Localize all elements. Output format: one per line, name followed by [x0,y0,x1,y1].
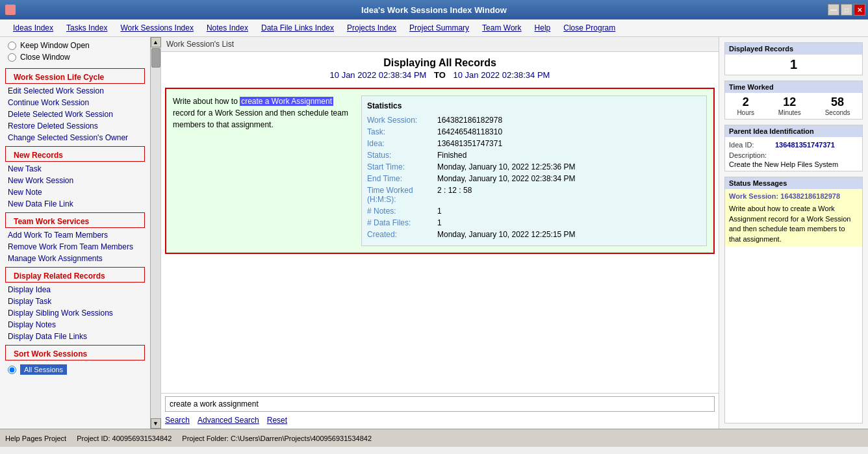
reset-button[interactable]: Reset [267,416,287,425]
hours-unit: 2 Hours [737,95,754,116]
stat-label-work-session: Work Session: [367,116,432,125]
menu-delete-selected-work-session[interactable]: Delete Selected Work Session [0,108,150,120]
stats-title: Statistics [367,101,701,110]
scroll-thumb[interactable] [151,48,160,68]
menu-new-work-session[interactable]: New Work Session [0,175,150,186]
stat-idea: Idea: 136481351747371 [367,138,701,149]
menu-new-task[interactable]: New Task [0,163,150,175]
menu-new-note[interactable]: New Note [0,186,150,198]
section-sort-work-sessions: Sort Work Sessions [5,345,145,360]
nav-link-project-summary[interactable]: Project Summary [409,23,469,32]
left-panel-scrollbar[interactable]: ▲ ▼ [150,37,160,429]
stat-notes: # Notes: 1 [367,205,701,217]
scroll-down-arrow[interactable]: ▼ [151,418,161,429]
minutes-value: 12 [783,95,796,109]
date-to: 10 Jan 2022 02:38:34 PM [453,70,550,80]
search-actions: Search Advanced Search Reset [165,414,715,426]
parent-idea-section: Parent Idea Identification Idea ID: 1364… [724,125,863,171]
menu-display-sibling-work-sessions[interactable]: Display Sibling Work Sessions [0,307,150,319]
minimize-button[interactable]: ― [828,4,839,16]
menu-display-task[interactable]: Display Task [0,296,150,307]
status-messages-section: Status Messages Work Session: 1643821861… [724,177,863,423]
sort-all-sessions[interactable]: All Sessions [0,362,150,377]
records-area: Write about how to create a Work Assignm… [161,84,719,393]
menu-change-selected-sessions-owner[interactable]: Change Selected Session's Owner [0,132,150,144]
menu-add-work-to-team-members[interactable]: Add Work To Team Members [0,229,150,241]
keep-open-label: Keep Window Open [20,41,90,50]
time-worked-section: Time Worked 2 Hours 12 Minutes 58 Second… [724,81,863,120]
idea-id-row: Idea ID: 136481351747371 [729,140,858,150]
stat-task: Task: 164246548118310 [367,126,701,138]
sort-all-sessions-label: All Sessions [20,364,67,375]
stat-value-created: Monday, January 10, 2022 12:25:15 PM [437,230,576,239]
highlighted-text: create a Work Assignment [240,97,333,106]
record-card: Write about how to create a Work Assignm… [165,88,715,254]
stat-value-time-worked: 2 : 12 : 58 [437,186,472,204]
parent-idea-title: Parent Idea Identification [725,125,862,137]
nav-link-help[interactable]: Help [535,23,551,32]
menu-remove-work-from-team-members[interactable]: Remove Work From Team Members [0,241,150,253]
stat-work-session: Work Session: 164382186182978 [367,114,701,126]
minutes-label: Minutes [778,109,801,116]
stat-label-end-time: End Time: [367,174,432,183]
window-mode-group: Keep Window Open Close Window [0,37,150,66]
displayed-records-count: 1 [725,55,862,75]
menu-new-data-file-link[interactable]: New Data File Link [0,198,150,210]
menu-restore-deleted-sessions[interactable]: Restore Deleted Sessions [0,120,150,132]
stat-label-status: Status: [367,151,432,160]
menu-display-notes[interactable]: Display Notes [0,319,150,331]
keep-window-open-radio[interactable]: Keep Window Open [8,41,142,50]
section-team-work-services: Team Work Services [5,212,145,228]
menu-display-idea[interactable]: Display Idea [0,284,150,296]
seconds-label: Seconds [825,109,850,116]
nav-link-work-sessions-index[interactable]: Work Sessions Index [120,23,194,32]
menu-edit-selected-work-session[interactable]: Edit Selected Work Session [0,85,150,97]
search-input[interactable] [165,396,715,412]
time-worked-grid: 2 Hours 12 Minutes 58 Seconds [725,93,862,119]
title-bar: Idea's Work Sessions Index Window ― □ ✕ [0,0,868,19]
stat-label-created: Created: [367,230,432,239]
seconds-value: 58 [831,95,844,109]
stat-value-notes: 1 [437,207,442,216]
stat-label-start-time: Start Time: [367,162,432,171]
nav-link-projects-index[interactable]: Projects Index [347,23,396,32]
close-button[interactable]: ✕ [854,4,865,16]
search-bar: Search Advanced Search Reset [161,393,719,429]
scroll-up-arrow[interactable]: ▲ [151,37,161,47]
displayed-records-section: Displayed Records 1 [724,42,863,75]
advanced-search-button[interactable]: Advanced Search [198,416,259,425]
menu-display-data-file-links[interactable]: Display Data File Links [0,331,150,342]
section-work-session-life-cycle: Work Session Life Cycle [5,68,145,84]
search-button[interactable]: Search [165,416,190,425]
menu-manage-work-assignments[interactable]: Manage Work Assignments [0,253,150,264]
app-icon [5,5,16,15]
maximize-button[interactable]: □ [841,4,852,16]
left-panel: Keep Window Open Close Window Work Sessi… [0,37,150,429]
parent-idea-body: Idea ID: 136481351747371 Description: Cr… [725,137,862,171]
nav-link-tasks-index[interactable]: Tasks Index [66,23,107,32]
status-messages-title: Status Messages [725,177,862,189]
nav-link-notes-index[interactable]: Notes Index [207,23,248,32]
displayed-records-title: Displayed Records [725,43,862,55]
nav-link-data-file-links-index[interactable]: Data File Links Index [261,23,334,32]
status-bar: Help Pages Project Project ID: 400956931… [0,429,868,447]
stat-value-work-session: 164382186182978 [437,116,502,125]
stat-value-start-time: Monday, January 10, 2022 12:25:36 PM [437,162,576,171]
idea-id-value: 136481351747371 [775,141,835,149]
stat-time-worked: Time Worked (H:M:S): 2 : 12 : 58 [367,184,701,205]
close-window-radio[interactable]: Close Window [8,53,142,62]
menu-continue-work-session[interactable]: Continue Work Session [0,97,150,108]
nav-bar: Ideas IndexTasks IndexWork Sessions Inde… [0,19,868,37]
center-panel: Work Session's List Displaying All Recor… [161,37,719,429]
stat-data-files: # Data Files: 1 [367,217,701,229]
stat-value-data-files: 1 [437,218,442,227]
nav-link-team-work[interactable]: Team Work [482,23,521,32]
window-controls: ― □ ✕ [828,4,865,16]
seconds-unit: 58 Seconds [825,95,850,116]
nav-link-ideas-index[interactable]: Ideas Index [13,23,53,32]
stat-start-time: Start Time: Monday, January 10, 2022 12:… [367,161,701,173]
stat-value-end-time: Monday, January 10, 2022 02:38:34 PM [437,174,576,183]
idea-description-value: Create the New Help Files System [729,160,858,168]
stat-value-idea: 136481351747371 [437,139,502,148]
nav-link-close-program[interactable]: Close Program [563,23,615,32]
